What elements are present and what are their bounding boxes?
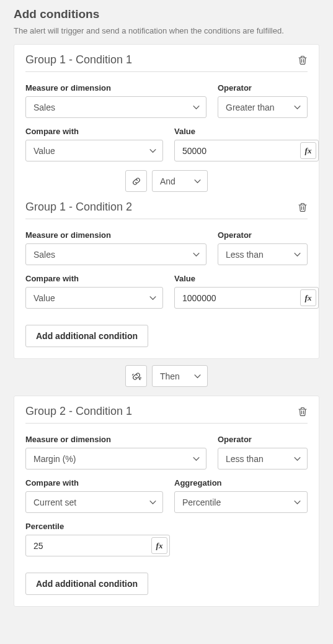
- trash-icon[interactable]: [298, 55, 308, 65]
- value-input[interactable]: [175, 140, 298, 161]
- value-label: Value: [174, 274, 319, 283]
- operator-value: Less than: [226, 454, 264, 464]
- measure-label: Measure or dimension: [25, 230, 206, 240]
- compare-select[interactable]: Value: [25, 287, 163, 309]
- compare-label: Compare with: [25, 478, 163, 488]
- fx-button[interactable]: fx: [300, 289, 316, 306]
- condition-title: Group 1 - Condition 2: [25, 201, 132, 214]
- trash-icon[interactable]: [298, 202, 308, 212]
- group-connector-select[interactable]: Then: [152, 365, 208, 387]
- condition-connector: And: [25, 170, 308, 192]
- link-icon[interactable]: [125, 170, 147, 192]
- operator-value: Less than: [226, 250, 264, 260]
- add-condition-button[interactable]: Add additional condition: [25, 325, 148, 347]
- page-subtitle: The alert will trigger and send a notifi…: [14, 26, 319, 35]
- group-card-2: Group 2 - Condition 1 Measure or dimensi…: [14, 396, 319, 607]
- measure-select[interactable]: Sales: [25, 243, 206, 265]
- compare-label: Compare with: [25, 127, 163, 136]
- operator-label: Operator: [218, 435, 308, 444]
- chevron-down-icon: [294, 105, 301, 109]
- chevron-down-icon: [193, 252, 200, 256]
- value-input-wrap: fx: [174, 140, 319, 161]
- operator-select[interactable]: Less than: [218, 448, 308, 469]
- fx-button[interactable]: fx: [151, 537, 167, 554]
- compare-label: Compare with: [25, 274, 163, 283]
- chevron-down-icon: [193, 105, 200, 109]
- unlink-icon[interactable]: [125, 365, 147, 387]
- operator-label: Operator: [218, 83, 308, 93]
- chevron-down-icon: [149, 296, 156, 300]
- operator-select[interactable]: Greater than: [218, 96, 308, 118]
- measure-value: Margin (%): [33, 454, 76, 464]
- chevron-down-icon: [294, 252, 301, 256]
- condition-header: Group 1 - Condition 1: [25, 53, 308, 72]
- chevron-down-icon: [194, 374, 201, 378]
- percentile-input[interactable]: [26, 535, 149, 556]
- trash-icon[interactable]: [298, 407, 308, 417]
- condition-header: Group 2 - Condition 1: [25, 405, 308, 424]
- chevron-down-icon: [194, 179, 201, 183]
- condition-title: Group 1 - Condition 1: [25, 53, 132, 66]
- percentile-label: Percentile: [25, 522, 170, 531]
- percentile-input-wrap: fx: [25, 535, 170, 556]
- aggregation-select[interactable]: Percentile: [174, 491, 308, 513]
- aggregation-label: Aggregation: [174, 478, 308, 488]
- value-input-wrap: fx: [174, 287, 319, 309]
- measure-value: Sales: [33, 250, 55, 260]
- condition-title: Group 2 - Condition 1: [25, 405, 132, 418]
- page-title: Add conditions: [14, 7, 319, 21]
- chevron-down-icon: [149, 500, 156, 504]
- operator-label: Operator: [218, 230, 308, 240]
- compare-select[interactable]: Current set: [25, 491, 163, 513]
- condition-header: Group 1 - Condition 2: [25, 201, 308, 219]
- measure-select[interactable]: Sales: [25, 96, 206, 118]
- compare-select[interactable]: Value: [25, 140, 163, 161]
- group-card-1: Group 1 - Condition 1 Measure or dimensi…: [14, 44, 319, 359]
- chevron-down-icon: [149, 148, 156, 153]
- group-connector: Then: [14, 365, 319, 387]
- connector-value: And: [160, 176, 175, 186]
- chevron-down-icon: [294, 456, 301, 461]
- connector-select[interactable]: And: [152, 170, 208, 192]
- operator-value: Greater than: [226, 102, 275, 112]
- value-input[interactable]: [175, 288, 298, 308]
- chevron-down-icon: [294, 500, 301, 504]
- measure-value: Sales: [33, 102, 55, 112]
- operator-select[interactable]: Less than: [218, 243, 308, 265]
- compare-value: Value: [33, 146, 55, 156]
- measure-select[interactable]: Margin (%): [25, 448, 206, 469]
- compare-value: Current set: [33, 497, 76, 507]
- measure-label: Measure or dimension: [25, 435, 206, 444]
- aggregation-value: Percentile: [182, 497, 221, 507]
- compare-value: Value: [33, 293, 55, 303]
- fx-button[interactable]: fx: [300, 142, 316, 159]
- group-connector-value: Then: [160, 371, 180, 381]
- chevron-down-icon: [193, 456, 200, 461]
- measure-label: Measure or dimension: [25, 83, 206, 93]
- value-label: Value: [174, 127, 319, 136]
- add-condition-button[interactable]: Add additional condition: [25, 573, 148, 595]
